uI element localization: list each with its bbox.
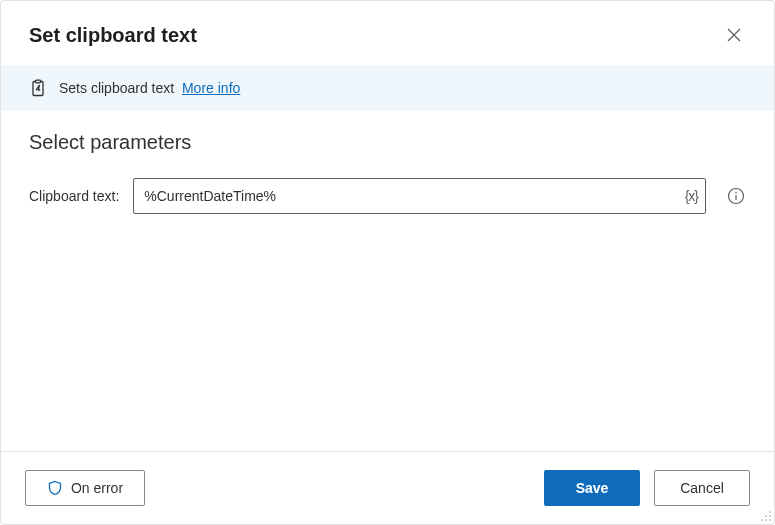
svg-point-9 xyxy=(765,515,767,517)
on-error-label: On error xyxy=(71,480,123,496)
info-banner: Sets clipboard text More info xyxy=(1,65,774,111)
save-button[interactable]: Save xyxy=(544,470,640,506)
dialog: Set clipboard text Sets clipboard text M… xyxy=(0,0,775,525)
banner-description: Sets clipboard text xyxy=(59,80,174,96)
clipboard-text-input[interactable] xyxy=(133,178,706,214)
svg-point-10 xyxy=(769,519,771,521)
dialog-header: Set clipboard text xyxy=(1,1,774,65)
close-button[interactable] xyxy=(718,19,750,51)
cancel-button[interactable]: Cancel xyxy=(654,470,750,506)
dialog-title: Set clipboard text xyxy=(29,24,197,47)
section-heading: Select parameters xyxy=(29,131,746,154)
more-info-link[interactable]: More info xyxy=(182,80,240,96)
resize-grip[interactable] xyxy=(760,510,772,522)
dialog-footer: On error Save Cancel xyxy=(1,451,774,524)
dialog-body: Select parameters Clipboard text: {x} xyxy=(1,111,774,451)
clipboard-text-input-group: {x} xyxy=(133,178,706,214)
svg-point-5 xyxy=(735,192,737,194)
on-error-button[interactable]: On error xyxy=(25,470,145,506)
clipboard-text-info-button[interactable] xyxy=(726,186,746,206)
close-icon xyxy=(727,28,741,42)
insert-variable-button[interactable]: {x} xyxy=(685,188,698,204)
shield-icon xyxy=(47,480,63,496)
save-label: Save xyxy=(576,480,609,496)
svg-point-7 xyxy=(769,511,771,513)
svg-point-8 xyxy=(769,515,771,517)
banner-text: Sets clipboard text More info xyxy=(59,80,240,96)
cancel-label: Cancel xyxy=(680,480,724,496)
clipboard-icon xyxy=(29,79,47,97)
info-icon xyxy=(727,187,745,205)
svg-rect-3 xyxy=(36,80,41,83)
clipboard-text-label: Clipboard text: xyxy=(29,188,119,204)
svg-point-11 xyxy=(765,519,767,521)
param-row-clipboard-text: Clipboard text: {x} xyxy=(29,178,746,214)
svg-point-12 xyxy=(761,519,763,521)
